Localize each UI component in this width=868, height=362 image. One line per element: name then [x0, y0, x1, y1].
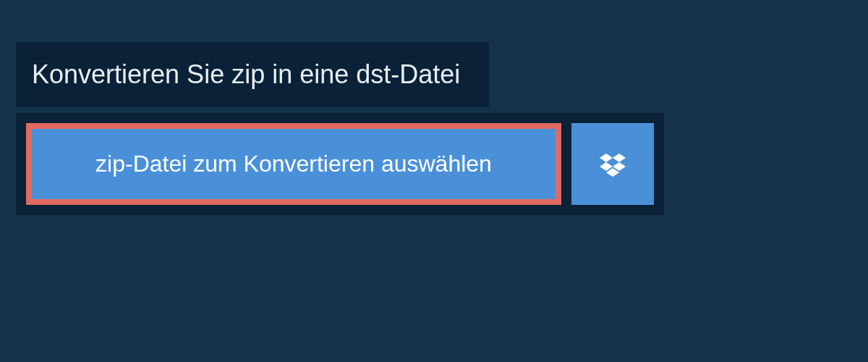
dropbox-icon	[600, 151, 626, 177]
dropbox-button[interactable]	[571, 123, 654, 205]
select-file-button[interactable]: zip-Datei zum Konvertieren auswählen	[26, 123, 561, 205]
page-title: Konvertieren Sie zip in eine dst-Datei	[32, 59, 460, 90]
title-bar: Konvertieren Sie zip in eine dst-Datei	[16, 42, 489, 107]
converter-panel: Konvertieren Sie zip in eine dst-Datei z…	[0, 0, 868, 215]
upload-row: zip-Datei zum Konvertieren auswählen	[16, 113, 664, 215]
select-file-label: zip-Datei zum Konvertieren auswählen	[95, 151, 492, 177]
